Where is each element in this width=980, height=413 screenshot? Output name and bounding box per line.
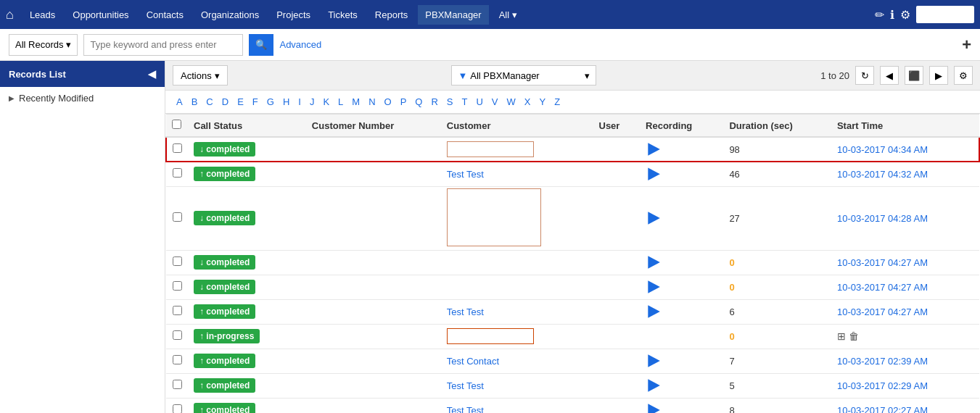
start-time-value[interactable]: 10-03-2017 04:27 AM <box>837 306 928 317</box>
play-button[interactable] <box>646 353 662 369</box>
start-time-value[interactable]: 10-03-2017 04:27 AM <box>837 282 928 293</box>
row-checkbox[interactable] <box>173 355 182 364</box>
table-row[interactable]: ↑ completed Test Test 46 10-03-2017 04:3… <box>166 162 979 186</box>
play-button[interactable] <box>646 377 662 393</box>
next-page-button[interactable]: ▶ <box>929 66 948 85</box>
start-time-value[interactable]: 10-03-2017 04:28 AM <box>837 213 928 224</box>
row-checkbox[interactable] <box>173 404 182 413</box>
row-grid-button[interactable]: ⊞ <box>837 330 846 342</box>
customer-input[interactable] <box>447 328 534 344</box>
alpha-M[interactable]: M <box>348 95 363 109</box>
nav-projects[interactable]: Projects <box>269 5 318 25</box>
nav-contacts[interactable]: Contacts <box>139 5 191 25</box>
alpha-E[interactable]: E <box>234 95 247 109</box>
alpha-G[interactable]: G <box>263 95 278 109</box>
alpha-Z[interactable]: Z <box>551 95 564 109</box>
table-row[interactable]: ↑ completed Test Test 6 10-03-2017 04:27… <box>166 299 979 324</box>
start-time-value[interactable]: 10-03-2017 04:34 AM <box>837 144 928 155</box>
table-row[interactable]: ↓ completed 0 10-03-2017 04:27 AM <box>166 250 979 275</box>
nav-search-box[interactable] <box>916 6 974 23</box>
alpha-T[interactable]: T <box>458 95 472 109</box>
alpha-R[interactable]: R <box>427 95 441 109</box>
row-checkbox[interactable] <box>173 380 182 389</box>
start-time-value[interactable]: 10-03-2017 02:27 AM <box>837 405 928 414</box>
nav-reports[interactable]: Reports <box>368 5 416 25</box>
nav-leads[interactable]: Leads <box>22 5 62 25</box>
search-input[interactable] <box>83 34 243 56</box>
alpha-K[interactable]: K <box>319 95 333 109</box>
alpha-D[interactable]: D <box>218 95 232 109</box>
table-row[interactable]: ↓ completed 98 10-03-2017 04:34 AM <box>166 137 979 162</box>
select-all-checkbox[interactable] <box>172 120 181 129</box>
table-row[interactable]: ↑ completed Test Contact 7 10-03-2017 02… <box>166 349 979 373</box>
table-row[interactable]: ↑ completed Test Test 8 10-03-2017 02:27… <box>166 398 979 413</box>
home-icon[interactable]: ⌂ <box>6 7 14 22</box>
pencil-icon[interactable]: ✏ <box>875 8 884 22</box>
play-button[interactable] <box>646 304 662 320</box>
row-checkbox[interactable] <box>173 143 182 153</box>
table-row[interactable]: ↓ completed 27 10-03-2017 04:28 AM <box>166 186 979 250</box>
row-checkbox[interactable] <box>173 281 182 291</box>
table-row[interactable]: ↑ in-progress 0 ⊞ 🗑 <box>166 324 979 349</box>
alpha-S[interactable]: S <box>443 95 457 109</box>
customer-link[interactable]: Test Test <box>447 169 484 180</box>
play-button[interactable] <box>646 166 662 182</box>
alpha-V[interactable]: V <box>488 95 502 109</box>
row-checkbox[interactable] <box>173 330 182 340</box>
advanced-search-link[interactable]: Advanced <box>279 39 321 50</box>
alpha-Q[interactable]: Q <box>411 95 426 109</box>
customer-link[interactable]: Test Test <box>447 380 484 391</box>
sidebar-item-recently-modified[interactable]: ▶ Recently Modified <box>0 87 165 109</box>
actions-button[interactable]: Actions ▾ <box>173 65 228 85</box>
alpha-X[interactable]: X <box>521 95 535 109</box>
sidebar-collapse-button[interactable]: ◀ <box>148 68 156 80</box>
alpha-B[interactable]: B <box>188 95 202 109</box>
records-filter-dropdown[interactable]: All Records ▾ <box>9 34 78 56</box>
customer-link[interactable]: Test Test <box>447 405 484 414</box>
alpha-I[interactable]: I <box>295 95 305 109</box>
alpha-C[interactable]: C <box>202 95 216 109</box>
prev-page-button[interactable]: ◀ <box>880 66 899 85</box>
play-button[interactable] <box>646 279 662 295</box>
customer-link[interactable]: Test Contact <box>447 356 499 367</box>
play-button[interactable] <box>646 141 662 157</box>
add-record-button[interactable]: + <box>962 36 971 54</box>
play-button[interactable] <box>646 402 662 413</box>
pbxmanager-filter-dropdown[interactable]: ▼ All PBXManager ▾ <box>451 65 596 85</box>
alpha-H[interactable]: H <box>279 95 293 109</box>
column-settings-button[interactable]: ⚙ <box>954 66 973 85</box>
customer-input[interactable] <box>447 141 534 157</box>
nav-pbxmanager[interactable]: PBXManager <box>418 5 488 25</box>
customer-link[interactable]: Test Test <box>447 306 484 317</box>
nav-organizations[interactable]: Organizations <box>194 5 266 25</box>
alpha-A[interactable]: A <box>173 95 186 109</box>
alpha-Y[interactable]: Y <box>535 95 549 109</box>
alpha-F[interactable]: F <box>249 95 262 109</box>
row-delete-button[interactable]: 🗑 <box>849 330 859 342</box>
row-checkbox[interactable] <box>173 256 182 266</box>
alpha-O[interactable]: O <box>381 95 395 109</box>
start-time-value[interactable]: 10-03-2017 02:29 AM <box>837 380 928 391</box>
alpha-P[interactable]: P <box>397 95 411 109</box>
nav-tickets[interactable]: Tickets <box>321 5 365 25</box>
alpha-J[interactable]: J <box>306 95 318 109</box>
nav-opportunities[interactable]: Opportunities <box>65 5 136 25</box>
play-button[interactable] <box>646 254 662 270</box>
table-row[interactable]: ↑ completed Test Test 5 10-03-2017 02:29… <box>166 373 979 398</box>
reload-button[interactable]: ↻ <box>855 66 874 85</box>
alpha-L[interactable]: L <box>334 95 347 109</box>
row-checkbox[interactable] <box>173 306 182 315</box>
settings-icon[interactable]: ⚙ <box>900 8 910 22</box>
start-time-value[interactable]: 10-03-2017 04:32 AM <box>837 169 928 180</box>
search-button[interactable]: 🔍 <box>249 34 273 56</box>
nav-all[interactable]: All ▾ <box>492 5 524 25</box>
export-button[interactable]: ⬛ <box>905 66 923 85</box>
play-button[interactable] <box>646 210 662 226</box>
alpha-W[interactable]: W <box>503 95 519 109</box>
alpha-N[interactable]: N <box>365 95 379 109</box>
start-time-value[interactable]: 10-03-2017 04:27 AM <box>837 257 928 268</box>
row-checkbox[interactable] <box>173 212 182 222</box>
alpha-U[interactable]: U <box>472 95 486 109</box>
info-icon[interactable]: ℹ <box>890 8 894 22</box>
start-time-value[interactable]: 10-03-2017 02:39 AM <box>837 356 928 367</box>
